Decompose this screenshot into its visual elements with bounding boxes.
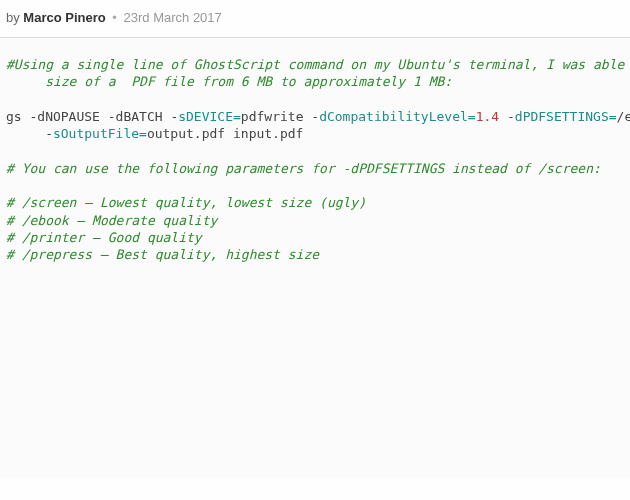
author-link[interactable]: Marco Pinero xyxy=(23,10,105,25)
flag-text: dNOPAUSE xyxy=(37,109,107,124)
space xyxy=(499,109,507,124)
comment-line: # /ebook – Moderate quality xyxy=(6,213,217,228)
equals: = xyxy=(468,109,476,124)
equals: = xyxy=(139,126,147,141)
by-label: by xyxy=(6,10,20,25)
post-date: 23rd March 2017 xyxy=(124,10,222,25)
cmd-text: gs xyxy=(6,109,29,124)
flag-value: e xyxy=(624,109,630,124)
dash: - xyxy=(45,126,53,141)
post-meta: by Marco Pinero • 23rd March 2017 xyxy=(0,0,630,37)
comment-line: # You can use the following parameters f… xyxy=(6,161,601,176)
comment-line: size of a PDF file from 6 MB to approxim… xyxy=(6,74,452,89)
dash: - xyxy=(507,109,515,124)
flag-value: output.pdf input.pdf xyxy=(147,126,304,141)
comment-line: # /prepress – Best quality, highest size xyxy=(6,247,319,262)
flag-text: dBATCH xyxy=(116,109,171,124)
meta-separator: • xyxy=(112,10,117,25)
comment-line: #Using a single line of GhostScript comm… xyxy=(6,57,624,72)
flag-name: sDEVICE xyxy=(178,109,233,124)
number: 1 xyxy=(476,109,484,124)
dash: - xyxy=(311,109,319,124)
number: 4 xyxy=(491,109,499,124)
comment-line: # /printer – Good quality xyxy=(6,230,202,245)
dash: - xyxy=(108,109,116,124)
flag-value: pdfwrite xyxy=(241,109,311,124)
equals: = xyxy=(233,109,241,124)
flag-name: sOutputFile xyxy=(53,126,139,141)
indent xyxy=(6,126,45,141)
flag-name: dPDFSETTINGS xyxy=(515,109,609,124)
code-block: #Using a single line of GhostScript comm… xyxy=(0,38,630,478)
flag-name: dCompatibilityLevel xyxy=(319,109,468,124)
code-content: #Using a single line of GhostScript comm… xyxy=(6,56,624,263)
comment-line: # /screen – Lowest quality, lowest size … xyxy=(6,195,366,210)
equals: = xyxy=(609,109,617,124)
